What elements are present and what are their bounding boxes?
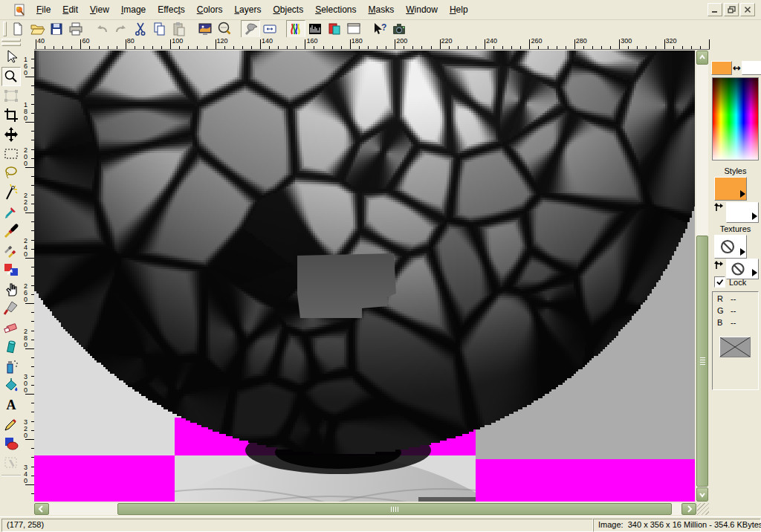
eraser-tool-icon [2,319,20,337]
menu-layers[interactable]: Layers [228,1,267,18]
svg-text:?: ? [381,22,386,33]
capture-button[interactable] [389,20,409,39]
new-file-icon [10,21,26,37]
scratch-remover-tool[interactable] [1,299,21,318]
new-button[interactable] [8,20,27,39]
deformation-tool[interactable] [1,86,21,106]
horizontal-scrollbar-thumb[interactable] [117,503,672,515]
restore-icon [728,6,736,13]
toggle-tool-options-button[interactable] [260,20,279,39]
preset-shapes-tool[interactable] [1,434,21,453]
menu-window[interactable]: Window [400,1,444,18]
draw-tool-icon [2,415,20,433]
ruler-label: 40 [37,38,45,45]
text-tool[interactable]: A [1,395,21,415]
retouch-tool[interactable] [1,279,21,299]
ruler-label: 220 [441,38,453,45]
vertical-scrollbar-thumb[interactable] [696,236,708,487]
lock-checkbox[interactable] [714,276,725,288]
object-selector-tool[interactable] [1,453,21,473]
tool-palette-grip[interactable] [1,39,21,42]
swap-styles-icon[interactable] [713,202,725,214]
magic-wand-tool[interactable] [1,183,21,202]
ruler-tick [404,46,404,49]
freehand-tool[interactable] [1,163,21,183]
restore-button[interactable] [724,3,739,16]
zoom-tool[interactable] [1,67,21,86]
scroll-down-button[interactable] [696,487,708,502]
chevron-right-icon [682,504,696,514]
toggle-overview-button[interactable] [344,20,363,39]
paint-brush-tool[interactable] [1,221,21,241]
image-canvas[interactable] [34,51,695,502]
paste-button[interactable] [169,20,189,39]
ruler-tick [296,46,297,49]
cut-button[interactable] [131,20,150,39]
menu-objects[interactable]: Objects [267,1,309,18]
menu-view[interactable]: View [84,1,115,18]
ruler-tick [161,46,162,49]
background-color-swatch[interactable] [742,61,761,75]
scroll-up-button[interactable] [696,51,708,65]
ruler-label: 1 6 0 [24,56,27,77]
color-replacer-tool[interactable] [1,260,21,279]
close-button[interactable] [740,3,755,16]
menu-edit[interactable]: Edit [56,1,84,18]
normal-viewing-button[interactable] [215,20,234,39]
chevron-left-icon [35,504,48,514]
menu-effects[interactable]: Effects [152,1,190,18]
context-help-button[interactable]: ? [370,20,389,39]
crop-tool[interactable] [1,106,21,125]
ruler-tick [368,46,369,49]
available-colors-picker[interactable] [712,77,759,160]
menu-masks[interactable]: Masks [363,1,401,18]
flood-fill-tool[interactable] [1,376,21,395]
minimize-button[interactable] [707,3,722,16]
toolbar-grip[interactable] [3,22,7,36]
arrow-tool[interactable] [1,48,21,67]
toggle-tool-palette-button[interactable] [241,20,260,39]
vertical-scrollbar[interactable] [696,51,708,502]
foreground-style-button[interactable] [714,177,747,201]
mover-tool[interactable] [1,125,21,144]
save-button[interactable] [47,20,66,39]
ruler-tick [117,46,117,49]
menu-selections[interactable]: Selections [309,1,362,18]
picture-tube-tool[interactable] [1,337,21,357]
menu-image[interactable]: Image [115,1,152,18]
full-screen-preview-button[interactable] [195,20,215,39]
menu-help[interactable]: Help [444,1,474,18]
toggle-tool-options-icon [262,21,278,37]
copy-button[interactable] [150,20,169,39]
toggle-layer-palette-button[interactable] [325,20,344,39]
resize-grip[interactable] [697,503,709,515]
swap-colors-icon[interactable]: ↔ [733,62,741,74]
airbrush-tool[interactable] [1,357,21,376]
swap-textures-icon[interactable] [713,260,725,272]
menu-file[interactable]: File [30,1,56,18]
background-style-button[interactable] [726,202,759,223]
selection-tool[interactable] [1,144,21,163]
scroll-right-button[interactable] [681,503,696,515]
dropper-tool-icon [2,203,20,221]
open-button[interactable] [27,20,47,39]
horizontal-scrollbar[interactable] [34,503,696,515]
ruler-tick [395,39,395,49]
preset-shapes-tool-icon [2,435,20,452]
clone-brush-tool[interactable] [1,241,21,260]
status-bar: (177, 258) Image: 340 x 356 x 16 Million… [0,516,761,532]
dropper-tool[interactable] [1,202,21,221]
foreground-color-swatch[interactable] [711,61,732,75]
foreground-texture-button[interactable] [714,235,747,259]
toggle-color-palette-button[interactable] [286,20,305,39]
tool-palette-grip[interactable] [1,43,21,46]
draw-tool[interactable] [1,415,21,434]
undo-button[interactable] [92,20,111,39]
ruler-tick [637,46,638,49]
scroll-left-button[interactable] [34,503,49,515]
menu-colors[interactable]: Colors [191,1,229,18]
print-button[interactable] [66,20,85,39]
redo-button[interactable] [111,20,131,39]
eraser-tool[interactable] [1,318,21,337]
toggle-histogram-button[interactable] [305,20,325,39]
